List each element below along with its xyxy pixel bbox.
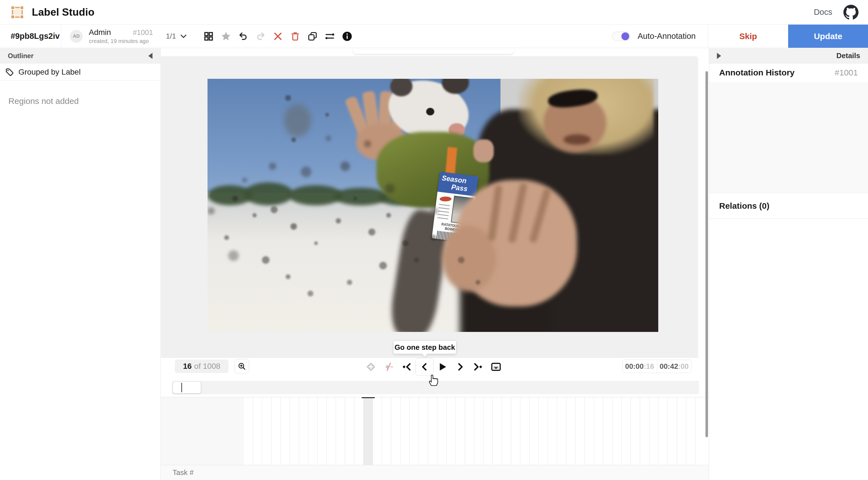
timeline-frame-column[interactable] — [677, 397, 686, 465]
timeline-frame-column[interactable] — [566, 397, 576, 465]
timeline-frame-column[interactable] — [308, 397, 317, 465]
timeline-frame-column[interactable] — [437, 397, 446, 465]
timeline-frame-column[interactable] — [382, 397, 391, 465]
keypoint-remove-button[interactable] — [380, 358, 398, 376]
expand-right-icon[interactable] — [717, 53, 721, 59]
timeline-frame-column[interactable] — [253, 397, 262, 465]
timeline-frame-column[interactable] — [640, 397, 649, 465]
seekbar-position-line — [181, 383, 182, 392]
timeline-frame-column[interactable] — [290, 397, 299, 465]
timeline-frame-column[interactable] — [281, 397, 290, 465]
grid-view-icon — [203, 31, 214, 42]
timeline-frame-column[interactable] — [410, 397, 419, 465]
star-button[interactable] — [217, 28, 235, 45]
timeline-frame-column[interactable] — [317, 397, 327, 465]
update-button[interactable]: Update — [788, 25, 868, 48]
timeline-frame-column[interactable] — [272, 397, 281, 465]
timeline-frame-column[interactable] — [603, 397, 613, 465]
duplicate-button[interactable] — [304, 28, 321, 45]
timeline-current-frame-column[interactable] — [364, 397, 373, 465]
zoom-in-button[interactable] — [235, 359, 249, 373]
group-by-label-text: Grouped by Label — [19, 68, 81, 77]
timeline-frame-column[interactable] — [631, 397, 640, 465]
group-by-label-control[interactable]: Grouped by Label — [0, 63, 160, 81]
timeline-frame-column[interactable] — [539, 397, 548, 465]
relations-title: Relations (0) — [719, 201, 769, 211]
frame-counter[interactable]: 16 of 1008 — [175, 360, 228, 373]
skip-button[interactable]: Skip — [708, 25, 788, 48]
info-button[interactable] — [339, 28, 356, 45]
timeline-frame-column[interactable] — [419, 397, 428, 465]
github-icon[interactable] — [843, 5, 859, 20]
copy-icon — [307, 31, 318, 42]
frames-control-button[interactable] — [487, 358, 505, 376]
keypoint-add-button[interactable] — [362, 358, 380, 376]
tag-icon — [5, 68, 14, 77]
timeline-frame-column[interactable] — [456, 397, 465, 465]
seekbar-handle[interactable] — [173, 382, 201, 393]
next-keypoint-button[interactable] — [469, 358, 487, 376]
delete-button[interactable] — [286, 28, 304, 45]
timeline-frame-column[interactable] — [557, 397, 566, 465]
timeline-frame-column[interactable] — [244, 397, 253, 465]
timeline-playhead[interactable] — [362, 397, 375, 398]
timeline-frame-column[interactable] — [465, 397, 474, 465]
auto-annotation-toggle[interactable] — [612, 32, 630, 41]
timeline-frame-column[interactable] — [594, 397, 603, 465]
timeline-frame-column[interactable] — [336, 397, 345, 465]
reject-button[interactable] — [269, 28, 286, 45]
annotator-info[interactable]: AD Admin #1001 created, 19 minutes ago — [70, 25, 153, 48]
time-position: 00:00:16 — [622, 360, 657, 373]
vertical-scrollbar[interactable] — [706, 71, 708, 437]
diamond-plus-icon — [365, 361, 376, 372]
timeline-frame-column[interactable] — [446, 397, 456, 465]
timeline-frame-column[interactable] — [613, 397, 622, 465]
timeline-frame-column[interactable] — [622, 397, 631, 465]
timeline-frame-column[interactable] — [548, 397, 557, 465]
timeline-frame-column[interactable] — [345, 397, 354, 465]
docs-link[interactable]: Docs — [814, 7, 832, 17]
timeline-frame-column[interactable] — [529, 397, 539, 465]
timeline-frame-column[interactable] — [327, 397, 336, 465]
collapse-left-icon[interactable] — [148, 53, 153, 59]
timeline-frame-column[interactable] — [401, 397, 410, 465]
video-frame[interactable]: Season Pass RATATOUILLE BOWERS — [208, 79, 658, 332]
timeline-frame-column[interactable] — [299, 397, 308, 465]
timeline-frame-column[interactable] — [658, 397, 668, 465]
details-panel: Details Annotation History #1001 Relatio… — [709, 48, 868, 480]
badge-text-line2: Pass — [451, 184, 468, 192]
timeline-frame-grid[interactable] — [244, 397, 709, 465]
undo-button[interactable] — [235, 28, 252, 45]
time-duration: 00:42:00 — [657, 360, 691, 373]
prev-keypoint-button[interactable] — [398, 358, 415, 376]
timeline-frame-column[interactable] — [668, 397, 677, 465]
timeline-frame-column[interactable] — [576, 397, 585, 465]
grid-view-button[interactable] — [200, 28, 217, 45]
timeline-frame-column[interactable] — [428, 397, 437, 465]
timeline-frame-column[interactable] — [493, 397, 502, 465]
timeline-frame-column[interactable] — [511, 397, 520, 465]
info-icon — [342, 31, 352, 42]
relations-button[interactable] — [321, 28, 339, 45]
annotator-name: Admin — [89, 28, 111, 37]
timeline-frame-column[interactable] — [484, 397, 493, 465]
timeline-frame-column[interactable] — [520, 397, 529, 465]
timeline-frame-column[interactable] — [686, 397, 695, 465]
frame-total: 1008 — [203, 362, 220, 370]
chevron-right-diamond-icon — [472, 361, 484, 372]
timeline-frame-column[interactable] — [502, 397, 511, 465]
chevron-down-icon[interactable] — [179, 32, 188, 41]
x-cross-icon — [273, 31, 283, 42]
redo-button[interactable] — [252, 28, 269, 45]
timeline-frame-column[interactable] — [373, 397, 382, 465]
star-icon — [221, 31, 231, 42]
timeline-frame-column[interactable] — [262, 397, 272, 465]
boxed-chevron-down-icon — [490, 361, 502, 372]
timeline[interactable] — [161, 397, 709, 465]
step-forward-button[interactable] — [451, 358, 469, 376]
timeline-frame-column[interactable] — [474, 397, 484, 465]
timeline-frame-column[interactable] — [354, 397, 364, 465]
timeline-frame-column[interactable] — [391, 397, 401, 465]
timeline-frame-column[interactable] — [585, 397, 594, 465]
timeline-frame-column[interactable] — [649, 397, 658, 465]
